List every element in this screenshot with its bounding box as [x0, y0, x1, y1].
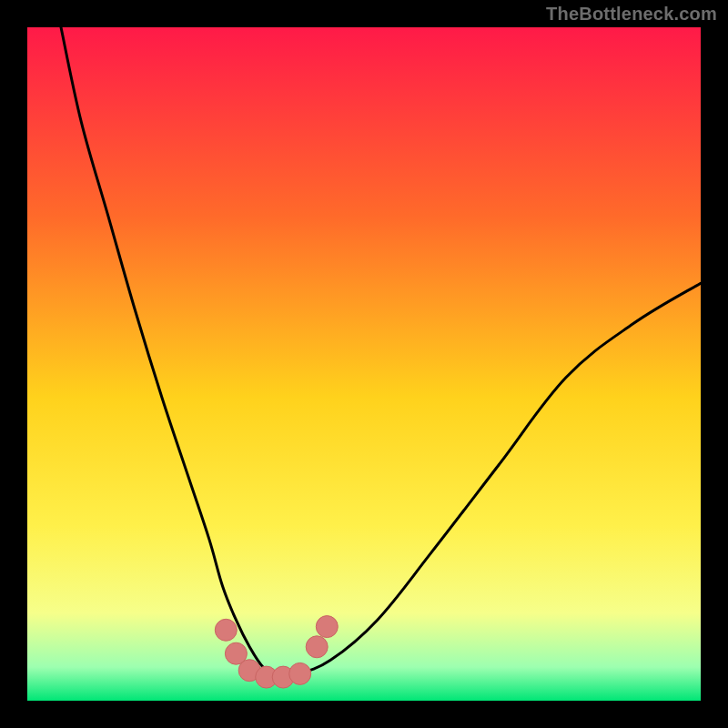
data-point-marker: [306, 636, 328, 658]
data-markers: [215, 616, 338, 689]
watermark-text: TheBottleneck.com: [546, 4, 717, 25]
plot-area: [27, 27, 701, 701]
chart-frame: TheBottleneck.com: [0, 0, 728, 728]
bottleneck-curve: [61, 27, 701, 675]
curve-layer: [27, 27, 701, 701]
data-point-marker: [289, 662, 311, 684]
data-point-marker: [215, 619, 237, 641]
data-point-marker: [316, 616, 338, 638]
